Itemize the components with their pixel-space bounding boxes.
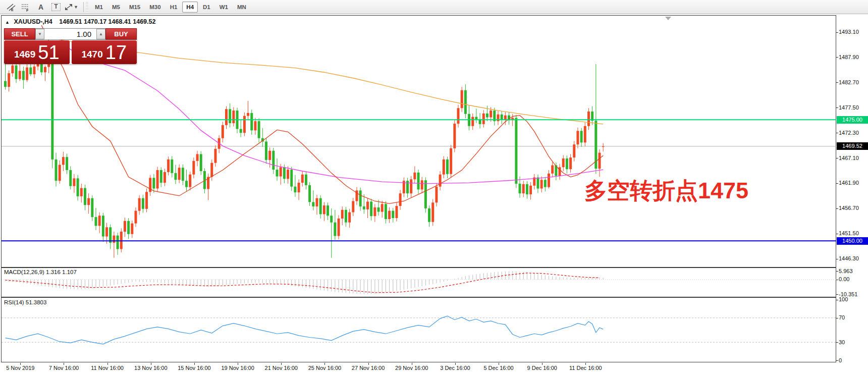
candle-down: [385, 204, 387, 219]
volume-decrease-button[interactable]: ▼: [35, 29, 44, 39]
candle-up: [8, 73, 10, 87]
candle-down: [536, 177, 539, 188]
candle-up: [439, 175, 442, 187]
price-axis-label: 1456.70: [839, 205, 859, 211]
candle-up: [301, 175, 304, 183]
candle-down: [142, 198, 144, 209]
time-axis-label[interactable]: 7 Nov 16:00: [49, 365, 79, 371]
candle-up: [131, 224, 133, 234]
candle-up: [192, 161, 195, 175]
candle-up: [450, 148, 452, 174]
rsi-line: [6, 316, 604, 344]
buy-price-display[interactable]: 1470 17: [72, 40, 137, 64]
candle-down: [294, 187, 296, 193]
candle-down: [160, 170, 162, 183]
time-axis-label[interactable]: 11 Nov 16:00: [91, 365, 124, 371]
candle-down: [91, 198, 93, 217]
volume-increase-button[interactable]: ▲: [96, 29, 105, 39]
rsi-axis-tick: [836, 318, 838, 318]
candle-down: [377, 207, 380, 212]
ohlc-readout: 1469.51 1470.17 1468.41 1469.52: [59, 18, 155, 25]
chart-shift-marker-icon[interactable]: [665, 17, 671, 20]
rsi-panel-separator[interactable]: [1, 297, 836, 298]
candle-up: [587, 112, 590, 126]
price-axis-label: 1482.70: [839, 79, 859, 85]
time-axis-label[interactable]: 27 Nov 16:00: [352, 365, 385, 371]
candle-up: [156, 170, 159, 188]
sell-button[interactable]: SELL: [4, 28, 35, 40]
candle-up: [145, 192, 148, 209]
time-axis-label[interactable]: 3 Dec 16:00: [440, 365, 470, 371]
candle-up: [573, 144, 575, 157]
candle-up: [399, 193, 402, 206]
rsi-axis-label: 30: [839, 339, 845, 345]
candle-down: [544, 180, 547, 187]
candle-down: [428, 208, 430, 222]
rsi-axis-tick: [836, 342, 838, 343]
candle-up: [323, 205, 326, 214]
price-axis-tick: [836, 158, 838, 158]
price-axis-label: 1451.50: [839, 230, 859, 236]
candle-up: [381, 204, 384, 211]
time-axis-label[interactable]: 15 Nov 16:00: [178, 365, 210, 371]
trade-controls-row: SELL ▼ 1.00 ▲ BUY: [4, 28, 137, 40]
sell-price-display[interactable]: 1469 51: [4, 40, 70, 64]
collapse-arrow-icon[interactable]: ▲: [5, 20, 10, 25]
candle-up: [435, 187, 438, 203]
candle-down: [334, 223, 336, 236]
candle-down: [29, 68, 32, 74]
candle-down: [51, 64, 53, 159]
candle-up: [196, 154, 199, 160]
candle-up: [298, 183, 300, 192]
rsi-axis-label: 70: [839, 314, 845, 320]
time-axis-label[interactable]: 13 Nov 16:00: [134, 365, 167, 371]
macd-axis-tick: [836, 271, 838, 272]
buy-button[interactable]: BUY: [105, 28, 137, 40]
candle-up: [59, 165, 61, 181]
candle-down: [240, 129, 242, 133]
candle-down: [417, 173, 420, 190]
candle-up: [178, 168, 181, 180]
candle-down: [127, 221, 130, 234]
time-axis-label[interactable]: 9 Dec 16:00: [527, 365, 557, 371]
time-axis-label[interactable]: 25 Nov 16:00: [308, 365, 341, 371]
one-click-trade-panel: SELL ▼ 1.00 ▲ BUY 1469 51 1470 17: [4, 28, 137, 64]
time-axis-label[interactable]: 5 Nov 2019: [6, 365, 34, 371]
macd-axis-label: 0.00: [839, 276, 849, 282]
macd-panel-separator[interactable]: [1, 267, 836, 268]
candle-up: [366, 201, 369, 209]
price-axis-label: 1472.30: [839, 130, 859, 136]
time-axis-label[interactable]: 21 Nov 16:00: [265, 365, 298, 371]
candle-up: [421, 180, 423, 189]
candle-down: [392, 211, 394, 218]
candle-down: [4, 81, 7, 87]
price-axis-label: 1477.50: [839, 104, 859, 111]
candle-up: [33, 67, 35, 74]
candle-up: [62, 157, 65, 165]
candle-down: [102, 216, 104, 236]
candle-up: [44, 67, 46, 73]
time-axis-label[interactable]: 29 Nov 16:00: [395, 365, 428, 371]
candle-down: [566, 158, 568, 169]
candle-up: [167, 159, 170, 172]
mt4-trading-platform: E F A T ▼ M1M5M15M30H1H4D1: [0, 0, 868, 376]
time-axis-label[interactable]: 11 Dec 16:00: [569, 365, 602, 371]
candle-down: [580, 131, 583, 142]
price-axis-tick: [836, 259, 838, 259]
volume-input[interactable]: 1.00: [44, 29, 96, 39]
candle-down: [330, 216, 333, 222]
time-axis-label[interactable]: 5 Dec 16:00: [483, 365, 513, 371]
candle-up: [431, 202, 434, 222]
candle-up: [522, 184, 525, 193]
candle-up: [584, 126, 586, 143]
candle-down: [174, 173, 177, 180]
time-axis-label[interactable]: 19 Nov 16:00: [221, 365, 254, 371]
candle-down: [276, 170, 279, 176]
candle-down: [486, 114, 489, 118]
candle-up: [98, 216, 101, 226]
chart-text-annotation[interactable]: 多空转折点1475: [584, 176, 748, 206]
sell-price-big: 51: [38, 43, 59, 62]
candle-down: [69, 170, 72, 186]
candle-up: [105, 227, 108, 236]
candle-up: [410, 179, 412, 193]
